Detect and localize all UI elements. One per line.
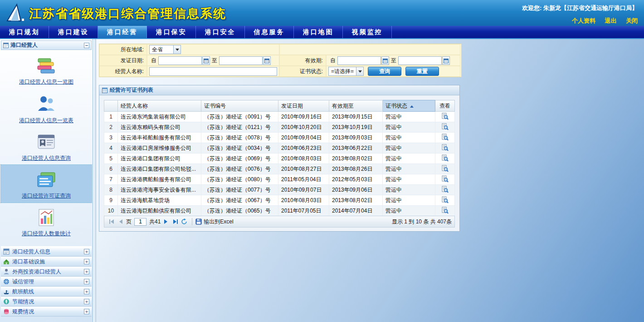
column-header-cert-no[interactable]: 证书编号 xyxy=(201,100,278,112)
nav-tab-construction[interactable]: 港口建设 xyxy=(49,26,98,38)
form-icon xyxy=(3,248,10,255)
nav-tab-video-monitor[interactable]: 视频监控 xyxy=(343,26,392,38)
issue-date-cell: 2011年05月04日 xyxy=(278,174,329,185)
table-row[interactable]: 4连云港港口房屋维修服务公司（苏连）港经证（0034）号2010年06月23日2… xyxy=(104,143,455,154)
view-icon[interactable] xyxy=(441,154,449,162)
close-link[interactable]: 关闭 xyxy=(626,17,638,24)
validity-to-input[interactable] xyxy=(398,56,442,65)
table-row[interactable]: 6连云港港口集团有限公司轮驳...（苏连）港经证（0076）号2010年08月2… xyxy=(104,164,455,174)
last-page-button[interactable] xyxy=(171,217,180,226)
sidebar-item-license-query[interactable]: 港口经营许可证查询 xyxy=(1,165,92,203)
table-row[interactable]: 1连云港东鸿集装箱有限公司（苏连）港经证（0091）号2010年09月16日20… xyxy=(104,112,455,122)
profile-link[interactable]: 个人资料 xyxy=(572,17,595,24)
table-row[interactable]: 10连云港海巨船舶供应有限公司（苏连）港经证（0065）号2011年07月05日… xyxy=(104,206,455,216)
expand-icon[interactable]: + xyxy=(84,299,89,304)
table-row[interactable]: 3连云港丰裕船舶服务有限公司（苏连）港经证（0078）号2010年09月04日2… xyxy=(104,133,455,143)
view-icon[interactable] xyxy=(441,207,449,214)
chevron-down-icon xyxy=(356,67,363,75)
nav-tab-port-safety[interactable]: 港口安全 xyxy=(196,26,245,38)
operator-name-input[interactable] xyxy=(149,67,277,76)
nav-tab-port-security[interactable]: 港口保安 xyxy=(147,26,196,38)
row-number: 10 xyxy=(104,206,118,216)
table-row[interactable]: 9连云港海航基地货场（苏连）港经证（0067）号2010年08月03日2013年… xyxy=(104,195,455,206)
next-page-button[interactable] xyxy=(161,217,171,226)
issue-date-cell: 2010年09月16日 xyxy=(278,112,329,122)
query-button[interactable]: 查询 xyxy=(368,67,401,76)
table-row[interactable]: 7连云港港腾船舶服务有限公司（苏连）港经证（0080）号2011年05月04日2… xyxy=(104,174,455,185)
nav-tab-info-service[interactable]: 信息服务 xyxy=(245,26,294,38)
view-icon[interactable] xyxy=(441,144,449,151)
table-row[interactable]: 2连云港东粮码头有限公司（苏连）港经证（0121）号2010年10月20日201… xyxy=(104,122,455,133)
refresh-icon[interactable] xyxy=(180,217,189,226)
expand-icon[interactable]: + xyxy=(84,279,89,284)
cert-status-cell: 营运中 xyxy=(383,122,435,133)
cert-status-cell: 营运中 xyxy=(383,185,435,195)
view-icon[interactable] xyxy=(441,165,449,172)
calendar-icon[interactable] xyxy=(202,56,210,65)
save-icon xyxy=(195,218,202,225)
view-icon[interactable] xyxy=(441,196,449,203)
column-header-valid-until[interactable]: 有效期至 xyxy=(329,100,383,112)
cert-status-cell: 营运中 xyxy=(383,195,435,206)
logout-link[interactable]: 退出 xyxy=(605,17,617,24)
accordion-item-operator-info[interactable]: 港口经营人信息 + xyxy=(1,247,92,257)
issue-date-to-input[interactable] xyxy=(219,56,263,65)
expand-icon[interactable]: + xyxy=(84,309,89,314)
page-input[interactable] xyxy=(134,218,146,226)
accordion-item-infrastructure[interactable]: 港口基础设施 + xyxy=(1,257,92,267)
table-row[interactable]: 5连云港港口集团有限公司（苏连）港经证（0069）号2010年08月03日201… xyxy=(104,154,455,164)
view-icon[interactable] xyxy=(441,123,449,130)
from-label: 自 xyxy=(330,57,336,64)
region-select[interactable]: 全省 xyxy=(149,45,181,54)
nav-tab-port-map[interactable]: 港口地图 xyxy=(294,26,343,38)
sidebar-item-statistics[interactable]: 港口经营人数量统计 xyxy=(1,203,92,240)
total-pages: 共41 xyxy=(149,218,161,226)
view-icon[interactable] xyxy=(441,134,449,141)
expand-icon[interactable]: + xyxy=(84,289,89,294)
export-excel-button[interactable]: 输出到Excel xyxy=(195,218,233,226)
column-header-issue-date[interactable]: 发证日期 xyxy=(278,100,329,112)
collapse-icon[interactable]: − xyxy=(84,43,89,48)
region-select-value: 全省 xyxy=(150,46,173,54)
operator-name-cell: 连云港港口集团有限公司 xyxy=(118,154,201,164)
prev-page-button[interactable] xyxy=(116,217,125,226)
view-icon[interactable] xyxy=(441,175,449,183)
sidebar-panel-header[interactable]: 港口经营人 − xyxy=(1,40,92,50)
calendar-icon[interactable] xyxy=(442,56,450,65)
cert-no-cell: （苏连）港经证（0034）号 xyxy=(201,143,278,154)
accordion-item-credit-management[interactable]: 诚信管理 + xyxy=(1,277,92,287)
first-page-button[interactable] xyxy=(107,217,116,226)
reset-button[interactable]: 重置 xyxy=(405,67,439,76)
view-icon[interactable] xyxy=(441,186,449,193)
cert-status-cell: 营运中 xyxy=(383,133,435,143)
accordion-item-shipping-routes[interactable]: 航班航线 + xyxy=(1,287,92,297)
column-header-operator-name[interactable]: 经营人名称 xyxy=(118,100,201,112)
expand-icon[interactable]: + xyxy=(84,249,89,254)
calendar-icon[interactable] xyxy=(381,56,389,65)
issue-date-from-input[interactable] xyxy=(158,56,202,65)
accordion-item-fees[interactable]: 规费情况 + xyxy=(1,307,92,317)
sidebar-splitter[interactable] xyxy=(93,39,96,322)
nav-tab-planning[interactable]: 港口规划 xyxy=(0,26,49,38)
row-number: 9 xyxy=(104,195,118,206)
table-row[interactable]: 8连云港港湾海事安全设备有限...（苏连）港经证（0077）号2010年09月0… xyxy=(104,185,455,195)
validity-from-input[interactable] xyxy=(337,56,381,65)
nav-tab-operation[interactable]: 港口经营 xyxy=(98,26,147,38)
column-header-cert-status[interactable]: 证书状态 xyxy=(383,100,435,112)
view-icon[interactable] xyxy=(441,113,449,120)
expand-icon[interactable]: + xyxy=(84,259,89,264)
sidebar-item-overview-map[interactable]: 港口经营人信息一览图 xyxy=(1,50,92,89)
column-header-view[interactable]: 查看 xyxy=(435,100,455,112)
accordion-item-energy-saving[interactable]: 节能情况 + xyxy=(1,297,92,307)
to-label: 至 xyxy=(391,57,396,64)
infrastructure-icon xyxy=(3,258,10,265)
sidebar-item-overview-table[interactable]: 港口经营人信息一览表 xyxy=(1,89,92,127)
cert-no-cell: （苏连）港经证（0077）号 xyxy=(201,185,278,195)
sidebar-item-info-query[interactable]: 港口经营人信息查询 xyxy=(1,127,92,165)
operator-name-cell: 连云港丰裕船舶服务有限公司 xyxy=(118,133,201,143)
cert-status-select[interactable]: =请选择= xyxy=(328,67,364,76)
accordion-item-foreign-investment[interactable]: 外商投资港口经营人 + xyxy=(1,267,92,277)
calendar-icon[interactable] xyxy=(263,56,271,65)
expand-icon[interactable]: + xyxy=(84,269,89,274)
table-header-row: 经营人名称 证书编号 发证日期 有效期至 证书状态 查看 xyxy=(104,100,455,112)
